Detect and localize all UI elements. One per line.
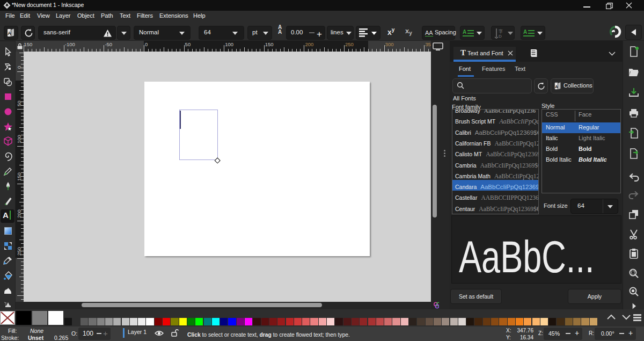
svg-text:D: D [499, 34, 502, 39]
svg-text:A: A [8, 31, 11, 36]
svg-text:A: A [463, 29, 466, 35]
svg-text:字: 字 [499, 29, 503, 34]
svg-text:A: A [555, 84, 558, 89]
svg-text:A: A [523, 29, 527, 35]
